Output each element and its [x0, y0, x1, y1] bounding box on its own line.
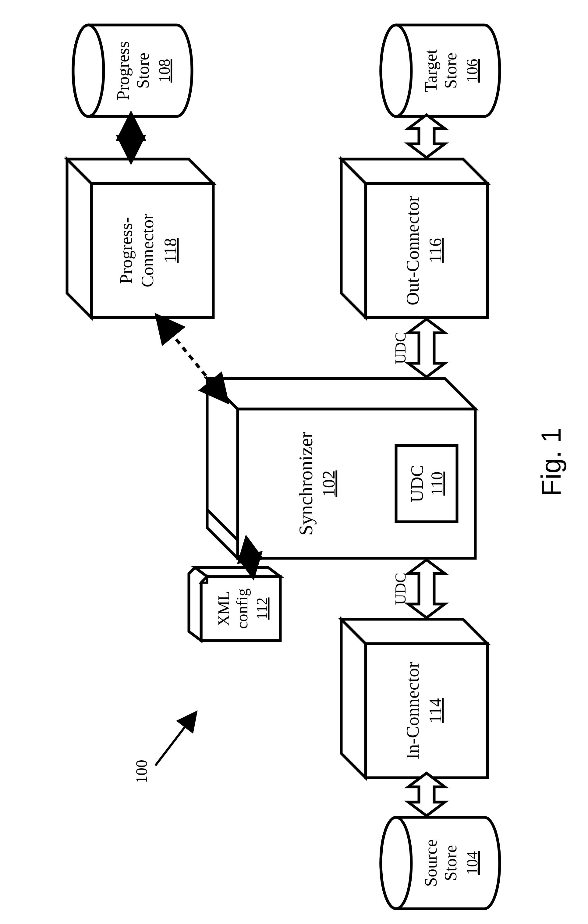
svg-point-9 [73, 25, 104, 116]
synchronizer-label: Synchronizer [295, 432, 316, 535]
xml-config-label1: XML [215, 591, 232, 626]
progress-connector-num: 118 [161, 238, 180, 263]
arrow-outconn-target [408, 115, 445, 158]
progress-connector-label2: Connector [137, 214, 157, 287]
out-connector-box: Out-Connector 116 [341, 159, 488, 318]
arrow-source-inconnector [408, 773, 445, 816]
xml-config-doc: XML config 112 [189, 568, 280, 640]
figure-caption: Fig. 1 [536, 427, 567, 496]
diagram-canvas: Synchronizer 102 UDC 110 In-Connector 11… [0, 0, 588, 924]
source-store-label1: Source [422, 839, 440, 887]
udc-inner-num: 110 [428, 472, 446, 496]
svg-point-5 [381, 817, 411, 909]
in-connector-label: In-Connector [402, 662, 423, 759]
progress-store-label2: Store [133, 53, 152, 89]
progress-connector-label1: Progress- [116, 217, 136, 284]
progress-connector-box: Progress- Connector 118 [67, 159, 213, 318]
source-store-label2: Store [441, 845, 460, 881]
udc-right-label: UDC [392, 332, 409, 364]
out-connector-num: 116 [426, 238, 445, 263]
arrow-sync-outconn: UDC [392, 319, 445, 377]
target-store-cylinder: Target Store 106 [381, 25, 500, 116]
target-store-label2: Store [441, 53, 460, 89]
in-connector-num: 114 [426, 698, 445, 723]
xml-config-label2: config [233, 589, 251, 629]
svg-point-7 [381, 25, 411, 116]
progress-store-num: 108 [156, 59, 173, 82]
synchronizer-box: Synchronizer 102 UDC 110 [207, 378, 475, 558]
ref-arrow-100 [155, 714, 195, 766]
progress-store-cylinder: Progress Store 108 [73, 25, 192, 116]
target-store-num: 106 [463, 59, 481, 82]
xml-config-num: 112 [253, 597, 270, 620]
diagram-svg: Synchronizer 102 UDC 110 In-Connector 11… [0, 0, 588, 924]
ref-number-100: 100 [133, 760, 150, 784]
synchronizer-num: 102 [319, 470, 338, 497]
source-store-cylinder: Source Store 104 [381, 817, 500, 909]
source-store-num: 104 [463, 851, 481, 875]
in-connector-box: In-Connector 114 [341, 619, 488, 778]
out-connector-label: Out-Connector [402, 196, 423, 305]
arrow-inconn-sync: UDC [392, 560, 445, 618]
udc-left-label: UDC [392, 573, 409, 605]
target-store-label1: Target [422, 49, 440, 92]
progress-store-label1: Progress [114, 41, 133, 100]
udc-inner-label: UDC [407, 465, 427, 502]
